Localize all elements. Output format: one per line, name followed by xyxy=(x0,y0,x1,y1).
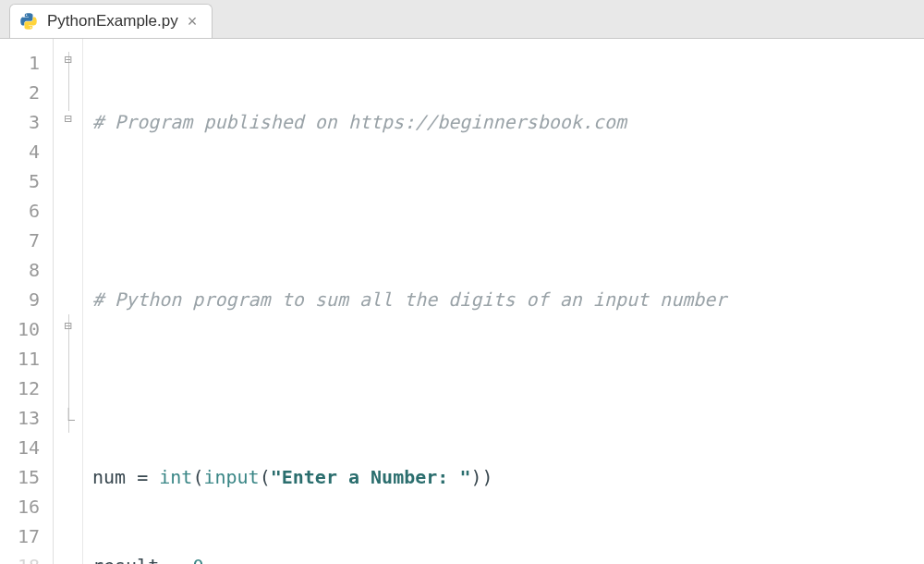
fold-gutter: ⊟ ⊟ ⊟ ⎿ xyxy=(54,39,83,564)
close-icon[interactable]: × xyxy=(188,13,198,30)
line-number: 8 xyxy=(0,255,53,285)
line-number-gutter: 1 2 3 4 5 6 7 8 9 10 11 12 13 14 15 16 1… xyxy=(0,39,54,564)
line-number: 7 xyxy=(0,226,53,255)
fold-collapse-icon[interactable]: ⊟ xyxy=(54,44,82,74)
editor: 1 2 3 4 5 6 7 8 9 10 11 12 13 14 15 16 1… xyxy=(0,39,924,564)
code-line: result = 0 xyxy=(92,551,924,564)
fold-collapse-icon[interactable]: ⊟ xyxy=(54,104,82,133)
line-number: 3 xyxy=(0,107,53,137)
line-number: 14 xyxy=(0,433,53,462)
code-area[interactable]: # Program published on https://beginners… xyxy=(83,39,924,564)
line-number: 6 xyxy=(0,196,53,226)
tab-filename: PythonExample.py xyxy=(47,12,178,31)
line-number: 16 xyxy=(0,492,53,521)
line-number: 15 xyxy=(0,462,53,492)
line-number: 13 xyxy=(0,403,53,433)
fold-end-icon: ⎿ xyxy=(54,399,82,429)
file-tab[interactable]: PythonExample.py × xyxy=(9,4,213,38)
line-number: 10 xyxy=(0,314,53,344)
code-line: num = int(input("Enter a Number: ")) xyxy=(92,462,924,492)
line-number: 5 xyxy=(0,166,53,196)
tab-bar: PythonExample.py × xyxy=(0,0,924,39)
code-line: # Python program to sum all the digits o… xyxy=(92,285,924,314)
line-number: 18 xyxy=(0,551,53,564)
fold-collapse-icon[interactable]: ⊟ xyxy=(54,311,82,340)
code-line xyxy=(92,196,924,226)
code-line xyxy=(92,374,924,403)
line-number: 12 xyxy=(0,374,53,403)
line-number: 4 xyxy=(0,137,53,166)
line-number: 9 xyxy=(0,285,53,314)
line-number: 17 xyxy=(0,521,53,551)
code-line: # Program published on https://beginners… xyxy=(92,107,924,137)
line-number: 1 xyxy=(0,48,53,78)
line-number: 2 xyxy=(0,78,53,107)
python-file-icon xyxy=(19,12,38,31)
line-number: 11 xyxy=(0,344,53,374)
